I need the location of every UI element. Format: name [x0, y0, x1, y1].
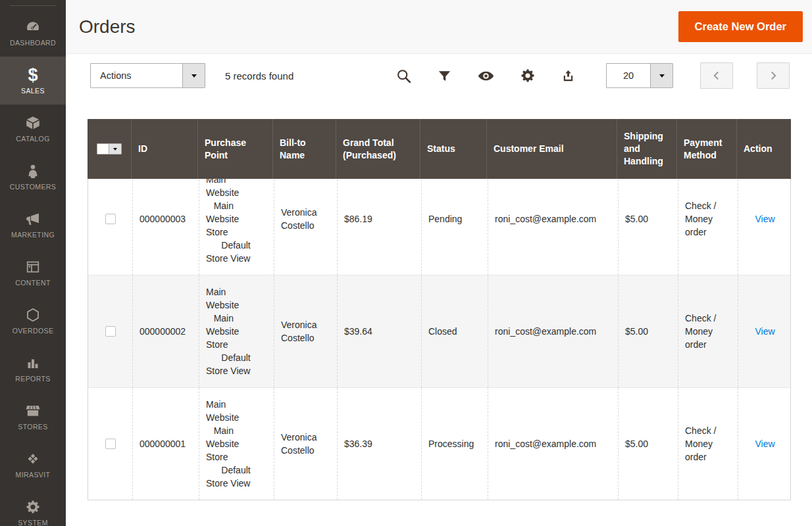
- reports-icon: [25, 354, 41, 371]
- view-order-link[interactable]: View: [755, 212, 774, 226]
- per-page-value: 20: [607, 64, 650, 87]
- sidebar-item-label: REPORTS: [15, 375, 50, 383]
- sidebar-item-overdose[interactable]: OVERDOSE: [0, 297, 66, 345]
- sidebar-item-catalog[interactable]: CATALOG: [0, 105, 66, 153]
- overdose-icon: [25, 306, 41, 323]
- sidebar-item-label: MIRASVIT: [16, 471, 51, 479]
- cell-id: 000000002: [132, 275, 199, 387]
- sidebar-item-label: STORES: [18, 423, 47, 431]
- select-all-control[interactable]: [97, 143, 122, 155]
- stores-icon: [25, 402, 41, 419]
- cell-grand-total: $86.19: [337, 179, 421, 275]
- settings-gear-icon[interactable]: [520, 68, 536, 84]
- cell-id: 000000001: [132, 388, 199, 500]
- sidebar-item-mirasvit[interactable]: MIRASVIT: [0, 441, 66, 489]
- dashboard-icon: [25, 18, 41, 36]
- chevron-left-icon: [709, 68, 724, 83]
- cell-grand-total: $36.39: [337, 388, 421, 500]
- view-order-link[interactable]: View: [755, 325, 774, 338]
- column-header-grand-total[interactable]: Grand Total (Purchased): [336, 119, 420, 179]
- sidebar-item-stores[interactable]: STORES: [0, 393, 66, 441]
- chevron-down-icon[interactable]: [182, 64, 205, 87]
- system-icon: [25, 498, 41, 515]
- sidebar-item-label: CONTENT: [15, 279, 51, 287]
- cell-payment-method: Check / Money order: [678, 275, 738, 387]
- pagination: [700, 62, 790, 89]
- sidebar-item-label: OVERDOSE: [13, 327, 54, 335]
- filter-icon[interactable]: [437, 68, 452, 84]
- grid-header-select: [88, 119, 132, 179]
- cell-bill-to-name: Veronica Costello: [274, 275, 337, 387]
- cell-shipping-handling: $5.00: [618, 179, 678, 275]
- sidebar-item-content[interactable]: CONTENT: [0, 249, 66, 297]
- select-all-checkbox[interactable]: [97, 144, 109, 154]
- grid-body: 000000003 Main Website Main Website Stor…: [88, 179, 791, 500]
- records-count: 5 records found: [225, 70, 293, 82]
- cell-payment-method: Check / Money order: [678, 179, 738, 275]
- sidebar-item-dashboard[interactable]: DASHBOARD: [0, 9, 66, 57]
- sidebar-item-customers[interactable]: CUSTOMERS: [0, 153, 66, 201]
- cell-customer-email: roni_cost@example.com: [488, 179, 618, 275]
- column-header-payment-method[interactable]: Payment Method: [677, 119, 737, 179]
- sales-icon: $: [28, 66, 38, 84]
- column-header-status[interactable]: Status: [420, 119, 487, 179]
- admin-sidebar: DASHBOARD $ SALES CATALOG CUSTOMERS MARK…: [0, 0, 66, 526]
- row-checkbox[interactable]: [105, 439, 116, 449]
- chevron-down-icon[interactable]: [650, 64, 672, 87]
- mirasvit-icon: [25, 450, 41, 467]
- cell-bill-to-name: Veronica Costello: [274, 179, 337, 275]
- search-icon[interactable]: [395, 68, 412, 84]
- cell-status: Processing: [421, 388, 488, 500]
- cell-customer-email: roni_cost@example.com: [488, 388, 618, 500]
- cell-purchase-point: Main Website Main Website Store Default …: [199, 275, 274, 387]
- actions-dropdown[interactable]: Actions: [90, 63, 205, 88]
- sidebar-item-sales[interactable]: $ SALES: [0, 57, 66, 105]
- cell-shipping-handling: $5.00: [618, 275, 678, 387]
- chevron-right-icon: [766, 68, 780, 83]
- sidebar-item-label: SALES: [21, 87, 45, 95]
- column-header-id[interactable]: ID: [132, 119, 198, 179]
- column-header-shipping-handling[interactable]: Shipping and Handling: [617, 119, 677, 179]
- column-header-purchase-point[interactable]: Purchase Point: [198, 119, 273, 179]
- cell-id: 000000003: [132, 179, 199, 275]
- sidebar-item-reports[interactable]: REPORTS: [0, 345, 66, 393]
- main-content: Orders Create New Order Actions 5 record…: [66, 0, 812, 526]
- cell-purchase-point: Main Website Main Website Store Default …: [199, 388, 274, 500]
- column-header-bill-to-name[interactable]: Bill-to Name: [273, 119, 336, 179]
- magento-admin-orders-page: DASHBOARD $ SALES CATALOG CUSTOMERS MARK…: [0, 0, 812, 526]
- view-eye-icon[interactable]: [477, 67, 495, 85]
- row-checkbox[interactable]: [105, 214, 116, 224]
- content-icon: [25, 258, 41, 275]
- view-order-link[interactable]: View: [755, 437, 774, 450]
- create-new-order-button[interactable]: Create New Order: [678, 11, 803, 42]
- column-header-action[interactable]: Action: [737, 119, 791, 179]
- page-title: Orders: [79, 16, 136, 37]
- row-checkbox[interactable]: [105, 326, 116, 337]
- next-page-button[interactable]: [757, 62, 790, 89]
- per-page-dropdown[interactable]: 20: [606, 63, 673, 88]
- cell-status: Closed: [421, 275, 488, 387]
- select-all-dropdown-icon[interactable]: [109, 144, 121, 154]
- grid-header-row: ID Purchase Point Bill-to Name Grand Tot…: [88, 119, 791, 179]
- cell-payment-method: Check / Money order: [678, 388, 738, 500]
- sidebar-item-marketing[interactable]: MARKETING: [0, 201, 66, 249]
- export-icon[interactable]: [561, 68, 576, 84]
- catalog-icon: [25, 114, 41, 132]
- grid-toolbar: Actions 5 records found 20: [90, 62, 790, 89]
- cell-status: Pending: [421, 179, 488, 275]
- customers-icon: [25, 162, 41, 179]
- page-header: Orders Create New Order: [66, 0, 812, 54]
- column-header-customer-email[interactable]: Customer Email: [487, 119, 617, 179]
- sidebar-item-label: CATALOG: [16, 135, 49, 143]
- previous-page-button[interactable]: [700, 62, 733, 89]
- cell-purchase-point: Main Website Main Website Store Default …: [199, 179, 274, 275]
- orders-grid: ID Purchase Point Bill-to Name Grand Tot…: [88, 119, 791, 500]
- cell-shipping-handling: $5.00: [618, 388, 678, 500]
- table-row: 000000002 Main Website Main Website Stor…: [88, 275, 790, 387]
- sidebar-item-system[interactable]: SYSTEM: [0, 489, 66, 526]
- sidebar-item-label: SYSTEM: [18, 519, 48, 526]
- table-row: 000000003 Main Website Main Website Stor…: [88, 179, 790, 275]
- sidebar-item-label: MARKETING: [11, 231, 55, 239]
- marketing-icon: [25, 210, 41, 227]
- cell-grand-total: $39.64: [337, 275, 421, 387]
